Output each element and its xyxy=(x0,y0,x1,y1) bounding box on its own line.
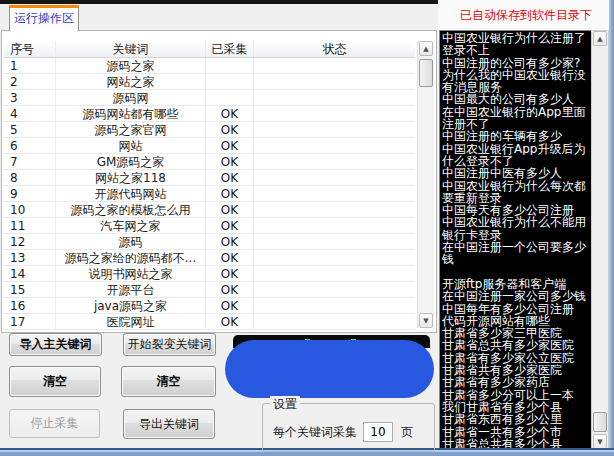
cell-collected: OK xyxy=(206,122,254,138)
table-row[interactable]: 3 源码网 xyxy=(4,90,415,106)
table-row[interactable]: 6 网站 OK xyxy=(4,138,415,154)
cell-keyword: GM源码之家 xyxy=(56,154,206,170)
table-row[interactable]: 9 开源代码网站 OK xyxy=(4,186,415,202)
log-line: 甘肃省多少家三甲医院 xyxy=(442,327,591,339)
log-line: 中国农业银行App升级后为 xyxy=(442,143,591,155)
cell-status xyxy=(254,298,415,314)
keyword-table-panel: 序号 关键词 已采集 状态 1 源码之家 2 网站之家 3 xyxy=(1,30,437,333)
log-line: 中国每年有多少公司注册 xyxy=(442,303,591,315)
cell-index: 11 xyxy=(4,218,56,234)
scroll-up-icon[interactable]: ▲ xyxy=(419,41,433,56)
start-fission-keywords-button[interactable]: 开始裂变关键词 xyxy=(123,333,216,356)
cell-status xyxy=(254,90,415,106)
cell-keyword: 源码之家官网 xyxy=(56,122,206,138)
cell-collected: OK xyxy=(206,298,254,314)
app-window: 运行操作区 序号 关键词 已采集 状态 1 源码之家 2 网站之家 xyxy=(0,0,614,456)
log-line: 登录不上 xyxy=(442,44,591,56)
cell-collected xyxy=(206,90,254,106)
cell-index: 5 xyxy=(4,122,56,138)
log-line: 代码开源网站有哪些 xyxy=(442,315,591,327)
blue-pill-button[interactable] xyxy=(225,340,434,398)
cell-status xyxy=(254,170,415,186)
import-main-keywords-button[interactable]: 导入主关键词 xyxy=(9,333,102,356)
cell-collected: OK xyxy=(206,106,254,122)
cell-status xyxy=(254,218,415,234)
cell-index: 9 xyxy=(4,186,56,202)
cell-keyword: 医院网址 xyxy=(56,314,206,330)
table-scrollbar[interactable]: ▲ ▼ xyxy=(417,41,434,328)
scroll-down-icon[interactable]: ▼ xyxy=(419,313,433,328)
settings-groupbox: 设置 每个关键词采集 页 xyxy=(262,403,435,452)
table-row[interactable]: 13 源码之家给的源码都不... OK xyxy=(4,250,415,266)
table-scrollbar-thumb[interactable] xyxy=(419,59,433,87)
table-row[interactable]: 8 网站之家118 OK xyxy=(4,170,415,186)
table-row[interactable]: 10 源码之家的模板怎么用 OK xyxy=(4,202,415,218)
log-line: 甘肃省共有多少家医院 xyxy=(442,364,591,376)
cell-keyword: 源码之家给的源码都不... xyxy=(56,250,206,266)
keyword-table: 序号 关键词 已采集 状态 1 源码之家 2 网站之家 3 xyxy=(4,41,415,330)
cell-index: 15 xyxy=(4,282,56,298)
cell-keyword: 网站之家 xyxy=(56,74,206,90)
table-row[interactable]: 12 源码 OK xyxy=(4,234,415,250)
log-scrollbar-thumb[interactable] xyxy=(593,412,607,432)
table-row[interactable]: 5 源码之家官网 OK xyxy=(4,122,415,138)
cell-status xyxy=(254,282,415,298)
log-line: 中国注册的公司有多少家? xyxy=(442,57,591,69)
per-keyword-pages-label: 每个关键词采集 xyxy=(273,424,357,441)
log-line: 要重新登录 xyxy=(442,192,591,204)
column-header-collected[interactable]: 已采集 xyxy=(206,41,254,57)
clear-left-button[interactable]: 清空 xyxy=(9,366,101,397)
log-line: 中国农业银行为什么每次都 xyxy=(442,180,591,192)
cell-keyword: 源码之家 xyxy=(56,58,206,74)
autosave-notice: 已自动保存到软件目录下 xyxy=(438,0,614,30)
clear-right-button[interactable]: 清空 xyxy=(121,366,216,397)
log-line: 银行卡登录 xyxy=(442,229,591,241)
cell-status xyxy=(254,250,415,266)
cell-keyword: 网站 xyxy=(56,138,206,154)
cell-index: 8 xyxy=(4,170,56,186)
cell-index: 13 xyxy=(4,250,56,266)
table-row[interactable]: 17 医院网址 OK xyxy=(4,314,415,330)
table-row[interactable]: 14 说明书网站之家 OK xyxy=(4,266,415,282)
column-header-status[interactable]: 状态 xyxy=(254,41,415,57)
cell-index: 4 xyxy=(4,106,56,122)
pages-per-keyword-input[interactable] xyxy=(363,422,393,442)
table-row[interactable]: 15 开源平台 OK xyxy=(4,282,415,298)
table-row[interactable]: 16 java源码之家 OK xyxy=(4,298,415,314)
table-row[interactable]: 1 源码之家 xyxy=(4,58,415,74)
cell-collected: OK xyxy=(206,202,254,218)
cell-collected: OK xyxy=(206,282,254,298)
log-line: 中国注册中医有多少人 xyxy=(442,167,591,179)
cell-keyword: 汽车网之家 xyxy=(56,218,206,234)
cell-index: 2 xyxy=(4,74,56,90)
log-line: 甘肃省多少分可以上一本 xyxy=(442,389,591,401)
scroll-down-icon[interactable]: ▼ xyxy=(593,434,607,449)
column-header-index[interactable]: 序号 xyxy=(4,41,56,57)
window-border-right xyxy=(609,0,614,456)
cell-status xyxy=(254,154,415,170)
table-row[interactable]: 7 GM源码之家 OK xyxy=(4,154,415,170)
cell-collected xyxy=(206,58,254,74)
tab-run-operations[interactable]: 运行操作区 xyxy=(9,5,79,31)
log-line: 在中国注册一个公司要多少 xyxy=(442,241,591,253)
log-line: 什么登录不了 xyxy=(442,155,591,167)
table-row[interactable]: 11 汽车网之家 OK xyxy=(4,218,415,234)
log-line: 钱 xyxy=(442,253,591,265)
scroll-up-icon[interactable]: ▲ xyxy=(593,31,607,46)
table-row[interactable]: 4 源码网站都有哪些 OK xyxy=(4,106,415,122)
log-line: 开源ftp服务器和客户端 xyxy=(442,278,591,290)
cell-index: 3 xyxy=(4,90,56,106)
log-line: 在中国农业银行的App里面 xyxy=(442,106,591,118)
cell-index: 14 xyxy=(4,266,56,282)
cell-index: 1 xyxy=(4,58,56,74)
log-line: 有消息服务 xyxy=(442,81,591,93)
cell-keyword: 说明书网站之家 xyxy=(56,266,206,282)
cell-keyword: 源码网站都有哪些 xyxy=(56,106,206,122)
cell-index: 6 xyxy=(4,138,56,154)
column-header-keyword[interactable]: 关键词 xyxy=(56,41,206,57)
log-line: 甘肃省总共有多少家医院 xyxy=(442,339,591,351)
table-row[interactable]: 2 网站之家 xyxy=(4,74,415,90)
stop-collect-button: 停止采集 xyxy=(9,409,100,438)
export-keywords-button[interactable]: 导出关键词 xyxy=(123,409,215,439)
log-scrollbar[interactable]: ▲ ▼ xyxy=(591,30,609,450)
